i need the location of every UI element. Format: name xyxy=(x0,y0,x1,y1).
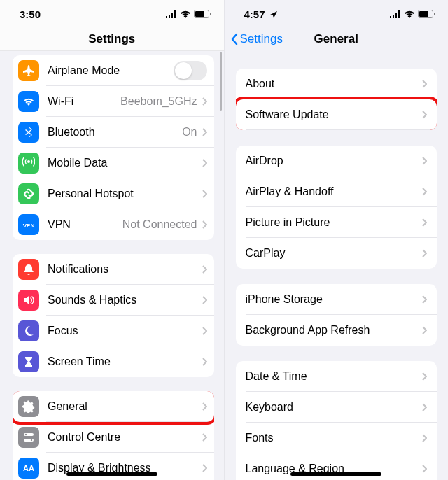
row-label: Fonts xyxy=(246,432,422,444)
settings-group: NotificationsSounds & HapticsFocusScreen… xyxy=(13,254,214,377)
chevron-left-icon xyxy=(230,33,239,45)
settings-group: iPhone StorageBackground App Refresh xyxy=(236,284,438,346)
row-airplay-handoff[interactable]: AirPlay & Handoff xyxy=(236,176,438,207)
settings-group: GeneralControl CentreAADisplay & Brightn… xyxy=(13,391,214,480)
page-title: Settings xyxy=(88,32,135,46)
row-label: Background App Refresh xyxy=(246,324,422,337)
general-list[interactable]: AboutSoftware UpdateAirDropAirPlay & Han… xyxy=(225,50,449,480)
settings-list[interactable]: Airplane ModeWi-FiBeebom_5GHzBluetoothOn… xyxy=(0,51,224,480)
home-indicator[interactable] xyxy=(66,472,158,476)
svg-text:VPN: VPN xyxy=(23,223,35,229)
gear-icon xyxy=(18,396,39,417)
wifi-status-icon xyxy=(180,10,191,18)
bluetooth-icon xyxy=(18,122,39,143)
svg-text:AA: AA xyxy=(23,464,34,472)
row-sounds-haptics[interactable]: Sounds & Haptics xyxy=(13,285,214,316)
row-label: General xyxy=(48,400,202,413)
toggle-switch[interactable] xyxy=(174,61,207,80)
row-bluetooth[interactable]: BluetoothOn xyxy=(13,117,214,148)
row-label: Picture in Picture xyxy=(246,216,422,229)
row-mobile-data[interactable]: Mobile Data xyxy=(13,148,214,178)
row-label: Sounds & Haptics xyxy=(48,294,202,306)
row-focus[interactable]: Focus xyxy=(13,316,214,346)
status-bar: 3:50 xyxy=(0,0,224,28)
hourglass-icon xyxy=(18,351,39,372)
phone-general: 4:57 Settings General AboutSoftware Upda… xyxy=(225,0,449,480)
settings-group: AirDropAirPlay & HandoffPicture in Pictu… xyxy=(236,146,438,269)
screenshot-pair: 3:50 Settings Airplane ModeWi-FiBeebom_5… xyxy=(0,0,448,480)
row-label: Date & Time xyxy=(246,370,422,383)
row-general[interactable]: General xyxy=(13,391,214,422)
row-background-app-refresh[interactable]: Background App Refresh xyxy=(236,315,438,346)
row-label: Control Centre xyxy=(48,431,202,444)
row-iphone-storage[interactable]: iPhone Storage xyxy=(236,284,438,315)
battery-icon xyxy=(194,10,211,18)
row-carplay[interactable]: CarPlay xyxy=(236,238,438,269)
link-icon xyxy=(18,183,39,204)
row-language-region[interactable]: Language & Region xyxy=(236,453,438,480)
svg-rect-1 xyxy=(195,11,204,17)
page-header: Settings General xyxy=(225,28,449,50)
row-label: Screen Time xyxy=(48,355,202,368)
row-display-brightness[interactable]: AADisplay & Brightness xyxy=(13,453,214,480)
settings-group: Date & TimeKeyboardFontsLanguage & Regio… xyxy=(236,361,438,480)
location-icon xyxy=(270,11,277,18)
row-label: Software Update xyxy=(246,108,422,121)
row-airplane-mode[interactable]: Airplane Mode xyxy=(13,55,214,86)
row-label: About xyxy=(246,78,422,90)
row-date-time[interactable]: Date & Time xyxy=(236,361,438,392)
row-picture-in-picture[interactable]: Picture in Picture xyxy=(236,207,438,238)
row-label: AirDrop xyxy=(246,155,422,167)
row-label: Keyboard xyxy=(246,401,422,414)
signal-icon xyxy=(165,10,177,18)
back-button[interactable]: Settings xyxy=(230,28,283,50)
row-keyboard[interactable]: Keyboard xyxy=(236,392,438,423)
row-value: On xyxy=(182,126,197,139)
page-header: Settings xyxy=(0,28,224,51)
antenna-icon xyxy=(18,153,39,174)
row-label: Airplane Mode xyxy=(48,64,174,77)
signal-icon xyxy=(389,10,401,18)
phone-settings: 3:50 Settings Airplane ModeWi-FiBeebom_5… xyxy=(0,0,225,480)
row-label: VPN xyxy=(48,218,122,231)
row-control-centre[interactable]: Control Centre xyxy=(13,422,214,453)
switches-icon xyxy=(18,427,39,448)
row-software-update[interactable]: Software Update xyxy=(236,99,438,130)
row-personal-hotspot[interactable]: Personal Hotspot xyxy=(13,178,214,209)
row-fonts[interactable]: Fonts xyxy=(236,423,438,453)
svg-rect-22 xyxy=(434,13,435,15)
vpn-icon: VPN xyxy=(18,214,39,235)
row-vpn[interactable]: VPNVPNNot Connected xyxy=(13,209,214,240)
row-notifications[interactable]: Notifications xyxy=(13,254,214,285)
status-time-container: 4:57 xyxy=(244,8,277,20)
row-label: AirPlay & Handoff xyxy=(246,185,422,198)
settings-group: Airplane ModeWi-FiBeebom_5GHzBluetoothOn… xyxy=(13,55,214,240)
row-label: Focus xyxy=(48,325,202,337)
wifi-status-icon xyxy=(404,10,415,18)
svg-point-7 xyxy=(31,439,32,441)
row-wi-fi[interactable]: Wi-FiBeebom_5GHz xyxy=(13,86,214,117)
speaker-icon xyxy=(18,290,39,311)
settings-group: AboutSoftware Update xyxy=(236,69,438,130)
battery-icon xyxy=(418,10,435,18)
row-label: Personal Hotspot xyxy=(48,188,202,200)
row-about[interactable]: About xyxy=(236,69,438,99)
aa-icon: AA xyxy=(18,458,39,479)
status-indicators xyxy=(389,10,435,18)
row-value: Not Connected xyxy=(122,218,197,231)
back-label: Settings xyxy=(240,32,283,46)
row-label: Mobile Data xyxy=(48,157,202,169)
row-label: CarPlay xyxy=(246,247,422,260)
home-indicator[interactable] xyxy=(290,472,382,476)
status-bar: 4:57 xyxy=(225,0,449,28)
row-screen-time[interactable]: Screen Time xyxy=(13,346,214,377)
svg-rect-21 xyxy=(419,11,428,17)
row-label: Notifications xyxy=(48,263,202,276)
row-airdrop[interactable]: AirDrop xyxy=(236,146,438,176)
row-label: Wi-Fi xyxy=(48,95,120,108)
bell-icon xyxy=(18,259,39,280)
row-label: iPhone Storage xyxy=(246,293,422,306)
scrollbar[interactable] xyxy=(220,52,222,111)
status-time: 3:50 xyxy=(20,8,41,20)
moon-icon xyxy=(18,320,39,341)
